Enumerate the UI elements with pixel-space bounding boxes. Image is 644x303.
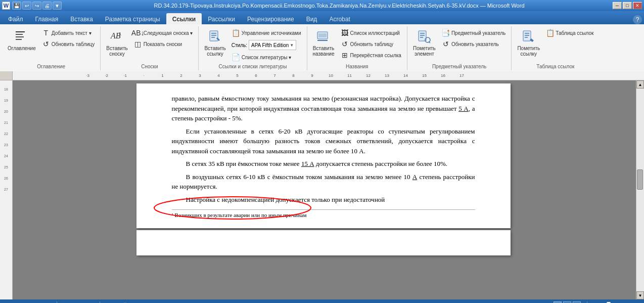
toa-icon: 📋 <box>546 29 554 37</box>
cross-reference-button[interactable]: ⊞ Перекрёстная ссылка <box>338 50 404 61</box>
svg-rect-12 <box>317 40 328 41</box>
svg-rect-0 <box>16 31 25 32</box>
ruler-num-19: 19 <box>4 95 8 106</box>
ribbon-group-tabssylok: Пометитьссылку 📋 Таблица ссылок Таблица … <box>512 26 599 70</box>
main-editing-area: 18 19 20 21 22 23 24 25 26 27 правило, р… <box>0 80 644 299</box>
tab-file[interactable]: Файл <box>2 13 29 24</box>
tab-acrobat[interactable]: Acrobat <box>323 13 356 24</box>
help-button[interactable]: ? <box>633 15 642 24</box>
index-icon: 📑 <box>442 29 450 37</box>
toa-group-label: Таблица ссылок <box>515 64 596 69</box>
style-label: Стиль: <box>232 42 247 48</box>
ribbon-group-index: Пометитьэлемент 📑 Предметный указатель ↺… <box>407 26 512 70</box>
vertical-scrollbar[interactable]: ▲ ▼ <box>636 80 644 299</box>
add-text-button[interactable]: T Добавить текст ▾ <box>39 27 98 38</box>
mark-entry-icon <box>416 29 432 45</box>
ribbon-content: Оглавление T Добавить текст ▾ ↺ Обновить… <box>0 24 644 71</box>
footnote-text: ¹ Возникших в результате аварии или по и… <box>172 212 307 218</box>
citation-style-combo[interactable]: APA Fifth Edition ▼ <box>249 40 296 50</box>
update-table-captions-button[interactable]: ↺ Обновить таблицу <box>338 38 404 50</box>
ribbon-tabs: Файл Главная Вставка Разметка страницы С… <box>0 11 644 24</box>
svg-rect-16 <box>420 37 423 38</box>
window-title: RD.34.20.179-Tipovaya.Instrukciya.Po.Kom… <box>66 3 613 9</box>
document-page-1[interactable]: правило, равным ёмкостному току замыкани… <box>136 83 511 228</box>
print-button[interactable]: 🖨 <box>42 2 52 10</box>
document-page-2[interactable] <box>136 230 511 255</box>
next-footnote-button[interactable]: AB↓ Следующая сноска ▾ <box>131 27 196 38</box>
footnote-area: ¹ Возникших в результате аварии или по и… <box>172 209 475 218</box>
style-value: APA Fifth Edition <box>251 42 289 48</box>
close-button[interactable]: ✕ <box>633 2 642 9</box>
next-footnote-icon: AB↓ <box>134 29 142 37</box>
left-ruler: 18 19 20 21 22 23 24 25 26 27 <box>0 80 13 299</box>
footnotes-group-label: Сноски <box>104 64 195 69</box>
ribbon-group-toc: Оглавление T Добавить текст ▾ ↺ Обновить… <box>2 26 101 70</box>
manage-sources-button[interactable]: 📋 Управление источниками <box>229 27 304 38</box>
redo-button[interactable]: ↪ <box>32 2 41 10</box>
svg-rect-6 <box>210 31 218 41</box>
list-of-figures-button[interactable]: 🖼 Список иллюстраций <box>338 27 404 38</box>
tab-view[interactable]: Вид <box>300 13 324 24</box>
ribbon-group-captions: Вставитьназвание 🖼 Список иллюстраций ↺ … <box>307 26 407 70</box>
tab-mailings[interactable]: Рассылки <box>202 13 241 24</box>
mark-citation-button[interactable]: Пометитьссылку <box>515 27 542 58</box>
index-button[interactable]: 📑 Предметный указатель <box>439 27 508 38</box>
title-bar: W 💾 ↩ ↪ 🖨 ▼ RD.34.20.179-Tipovaya.Instru… <box>0 0 644 11</box>
caption-icon <box>315 29 332 45</box>
insert-caption-button[interactable]: Вставитьназвание <box>310 27 337 58</box>
ruler-num-20: 20 <box>4 106 8 117</box>
ruler: ·3 ·2 ·1 · 1 2 3 4 5 6 7 8 9 10 11 12 13… <box>13 73 471 78</box>
ruler-num-24: 24 <box>4 150 8 161</box>
ribbon-group-citations: Вставитьссылку 📋 Управление источниками … <box>199 26 307 70</box>
bibliography-button[interactable]: 📄 Список литературы ▾ <box>229 52 304 63</box>
scroll-down-button[interactable]: ▼ <box>636 291 644 299</box>
ruler-num-22: 22 <box>4 128 8 139</box>
qa-dropdown[interactable]: ▼ <box>53 2 62 10</box>
svg-rect-15 <box>420 35 425 36</box>
scroll-up-button[interactable]: ▲ <box>636 80 644 89</box>
ruler-num-21: 21 <box>4 117 8 128</box>
svg-rect-1 <box>16 34 23 35</box>
tab-home[interactable]: Главная <box>29 13 65 24</box>
save-button[interactable]: 💾 <box>12 2 21 10</box>
svg-rect-8 <box>211 35 216 36</box>
update-captions-icon: ↺ <box>341 40 349 48</box>
crossref-icon: ⊞ <box>341 51 349 59</box>
tab-pagelayout[interactable]: Разметка страницы <box>99 13 166 24</box>
scroll-track[interactable] <box>636 89 644 291</box>
toc-button[interactable]: Оглавление <box>5 27 38 53</box>
undo-button[interactable]: ↩ <box>22 2 31 10</box>
insert-footnote-button[interactable]: AB 1 Вставитьсноску <box>104 27 130 58</box>
maximize-button[interactable]: □ <box>623 2 632 9</box>
svg-rect-7 <box>211 33 216 34</box>
svg-rect-21 <box>525 35 529 36</box>
mark-entry-button[interactable]: Пометитьэлемент <box>410 27 438 58</box>
sources-icon: 📋 <box>232 29 240 37</box>
tab-insert[interactable]: Вставка <box>64 13 99 24</box>
svg-rect-3 <box>16 39 22 40</box>
minimize-button[interactable]: ─ <box>613 2 622 9</box>
table-of-authorities-button[interactable]: 📋 Таблица ссылок <box>543 27 596 38</box>
svg-rect-14 <box>420 33 425 34</box>
svg-rect-19 <box>523 31 531 41</box>
svg-rect-20 <box>525 33 529 34</box>
ruler-num-23: 23 <box>4 139 8 150</box>
update-index-button[interactable]: ↺ Обновить указатель <box>439 38 508 50</box>
tab-references[interactable]: Ссылки <box>166 13 202 24</box>
insert-citation-button[interactable]: Вставитьссылку <box>202 27 228 58</box>
ruler-num-25: 25 <box>4 161 8 172</box>
show-notes-icon: ◫ <box>134 40 142 48</box>
tab-review[interactable]: Рецензирование <box>241 13 300 24</box>
word-icon: W <box>2 2 10 10</box>
svg-rect-22 <box>525 37 528 38</box>
document-area[interactable]: правило, равным ёмкостному току замыкани… <box>13 80 636 299</box>
scroll-thumb[interactable] <box>637 169 643 190</box>
update-table-toc-button[interactable]: ↺ Обновить таблицу <box>39 38 98 50</box>
captions-group-label: Названия <box>310 64 404 69</box>
show-footnotes-button[interactable]: ◫ Показать сноски <box>131 38 196 50</box>
update-toc-icon: ↺ <box>42 40 50 48</box>
citations-group-label: Ссылки и списки литературы <box>202 64 303 69</box>
index-group-label: Предметный указатель <box>410 64 508 69</box>
add-text-icon: T <box>42 29 50 37</box>
citation-icon <box>207 29 223 45</box>
